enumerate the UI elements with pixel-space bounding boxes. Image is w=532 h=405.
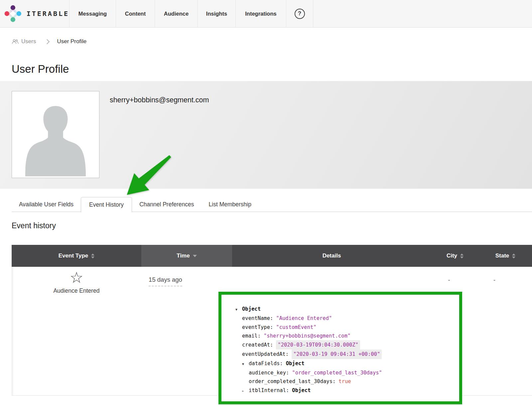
tab-channel-preferences[interactable]: Channel Preferences — [132, 197, 201, 212]
state-cell: - — [479, 267, 532, 395]
column-label: City — [447, 253, 457, 259]
collapse-toggle-icon[interactable]: ▼ — [242, 360, 249, 368]
json-line-root: ▼ Object — [235, 305, 454, 314]
json-line-email: email: "sherry+bobbins@segment.com" — [235, 332, 454, 340]
json-key: eventUpdatedAt: — [242, 350, 289, 358]
json-tree: ▼ Object eventName: "Audience Entered" e… — [221, 295, 459, 395]
collapse-toggle-icon[interactable]: ▼ — [235, 305, 242, 314]
sort-desc-icon — [193, 255, 197, 257]
column-label: Details — [323, 253, 341, 259]
json-key: eventType: — [242, 323, 273, 332]
json-line-eventtype: eventType: "customEvent" — [235, 323, 454, 332]
sort-icon — [512, 253, 515, 258]
json-value: "Audience Entered" — [276, 314, 332, 323]
column-header-state[interactable]: State — [479, 245, 532, 267]
table-header-row: Event Type Time Details City State — [12, 245, 532, 267]
avatar — [12, 91, 99, 178]
object-label: Object — [286, 359, 305, 368]
breadcrumb-current: User Profile — [57, 38, 86, 45]
table-row: ☆ Audience Entered 15 days ago - - ▼ Obj… — [12, 267, 532, 396]
iterable-logo-icon — [3, 3, 23, 24]
json-key: email: — [242, 332, 261, 340]
json-line-eventupdatedat: eventUpdatedAt: "2020-03-19 09:04:31 +00… — [235, 350, 454, 359]
details-json-panel: ▼ Object eventName: "Audience Entered" e… — [218, 292, 462, 404]
json-key: createdAt: — [242, 341, 273, 349]
json-line-order-completed: order_completed_last_30days: true — [235, 377, 454, 386]
json-value: "sherry+bobbins@segment.com" — [264, 332, 350, 340]
json-key: audience_key: — [249, 368, 289, 377]
json-key: eventName: — [242, 314, 273, 323]
json-value: true — [338, 377, 351, 386]
event-type-label: Audience Entered — [53, 287, 99, 294]
json-line-audience-key: audience_key: "order_completed_last_30da… — [235, 368, 454, 377]
json-value-highlighted: "2020-03-19T09:04:30.000Z" — [276, 340, 360, 350]
json-value: "customEvent" — [276, 323, 316, 332]
users-icon — [12, 39, 19, 44]
brand-name: ITERABLE — [27, 10, 69, 18]
column-label: State — [495, 253, 509, 259]
json-value: "order_completed_last_30days" — [292, 368, 382, 377]
breadcrumb-users-link[interactable]: Users — [21, 38, 36, 45]
sort-icon — [91, 253, 94, 258]
json-line-datafields: ▼ dataFields: Object — [235, 359, 454, 368]
event-type-cell: ☆ Audience Entered — [12, 267, 141, 395]
profile-email: sherry+bobbins@segment.com — [110, 96, 209, 104]
top-navbar: ITERABLE Messaging Content Audience Insi… — [0, 0, 532, 28]
help-icon: ? — [295, 9, 305, 19]
sort-icon — [460, 253, 464, 258]
column-header-event-type[interactable]: Event Type — [12, 245, 141, 267]
column-header-time[interactable]: Time — [141, 245, 232, 267]
avatar-silhouette-icon — [23, 101, 88, 176]
star-icon: ☆ — [69, 269, 83, 286]
nav-item-audience[interactable]: Audience — [155, 0, 198, 27]
tab-list-membership[interactable]: List Membership — [201, 197, 259, 212]
breadcrumb: Users User Profile — [12, 38, 532, 45]
city-value: - — [448, 277, 450, 284]
json-line-eventname: eventName: "Audience Entered" — [235, 314, 454, 323]
column-label: Event Type — [59, 253, 88, 259]
json-key: order_completed_last_30days: — [249, 377, 335, 386]
expand-toggle-icon[interactable]: ► — [242, 387, 249, 395]
nav-item-insights[interactable]: Insights — [198, 0, 235, 27]
tab-event-history[interactable]: Event History — [81, 197, 132, 212]
json-line-itblinternal: ► itblInternal: Object — [235, 386, 454, 395]
column-header-city[interactable]: City — [431, 245, 479, 267]
column-header-details: Details — [232, 245, 431, 267]
user-profile-page: ITERABLE Messaging Content Audience Insi… — [0, 0, 532, 405]
json-key: dataFields: — [249, 359, 283, 368]
profile-tabs: Available User Fields Event History Chan… — [12, 197, 532, 212]
profile-hero: sherry+bobbins@segment.com — [0, 81, 532, 189]
help-button[interactable]: ? — [286, 0, 313, 27]
json-key: itblInternal: — [249, 386, 289, 395]
json-value-highlighted: "2020-03-19 09:04:31 +00:00" — [292, 350, 382, 359]
object-label: Object — [292, 386, 311, 395]
event-history-heading: Event history — [12, 221, 532, 230]
page-title: User Profile — [12, 63, 532, 75]
json-line-createdat: createdAt: "2020-03-19T09:04:30.000Z" — [235, 340, 454, 350]
relative-time[interactable]: 15 days ago — [149, 276, 182, 286]
brand-logo[interactable]: ITERABLE — [0, 0, 69, 27]
nav-item-integrations[interactable]: Integrations — [235, 0, 286, 27]
column-label: Time — [177, 253, 190, 259]
state-value: - — [493, 277, 495, 284]
breadcrumb-chevron-icon — [45, 39, 50, 44]
object-label: Object — [242, 305, 261, 313]
nav-item-content[interactable]: Content — [116, 0, 155, 27]
event-history-table: Event Type Time Details City State ☆ — [12, 245, 532, 396]
nav-item-messaging[interactable]: Messaging — [69, 0, 116, 27]
tab-available-user-fields[interactable]: Available User Fields — [12, 197, 81, 212]
